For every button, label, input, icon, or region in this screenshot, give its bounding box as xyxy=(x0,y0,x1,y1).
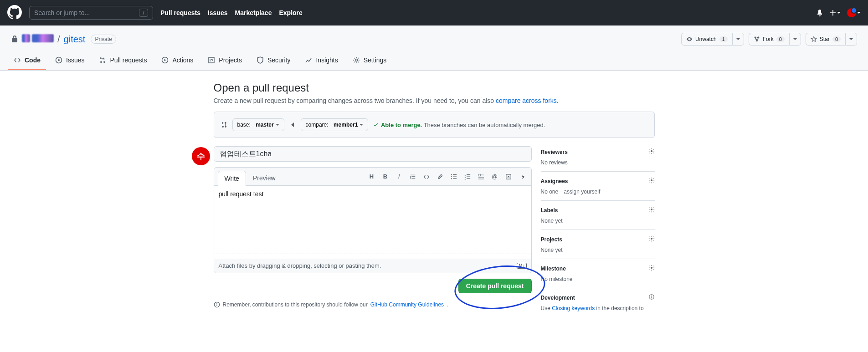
shield-icon xyxy=(257,56,264,64)
compare-branch-selector[interactable]: compare: member1 xyxy=(301,118,369,131)
tab-issues[interactable]: Issues xyxy=(50,53,90,70)
write-tab[interactable]: Write xyxy=(218,171,246,186)
eye-icon xyxy=(686,36,693,42)
graph-icon xyxy=(305,56,312,64)
pr-icon xyxy=(99,56,106,64)
tasklist-icon[interactable] xyxy=(478,173,485,180)
repo-name-link[interactable]: gitest xyxy=(64,34,86,45)
nav-explore[interactable]: Explore xyxy=(279,9,302,16)
repo-visibility-badge: Private xyxy=(91,35,116,44)
global-search[interactable]: / xyxy=(29,6,153,20)
guidelines-link[interactable]: GitHub Community Guidelines xyxy=(370,301,444,308)
watch-dropdown[interactable] xyxy=(732,33,744,46)
development-body: Use Closing keywords in the description … xyxy=(541,305,655,311)
nav-pull-requests[interactable]: Pull requests xyxy=(160,9,200,16)
fork-count: 0 xyxy=(776,36,785,42)
quote-icon[interactable] xyxy=(409,173,416,180)
ol-icon[interactable] xyxy=(464,173,471,180)
heading-icon[interactable]: H xyxy=(368,173,375,180)
merge-rest-text: These branches can be automatically merg… xyxy=(424,122,545,128)
base-branch-selector[interactable]: base: master xyxy=(232,118,284,131)
labels-gear-icon[interactable] xyxy=(648,206,655,214)
issue-icon xyxy=(55,56,62,64)
compare-box: base: master compare: member1 Able to me… xyxy=(214,112,655,138)
code-icon[interactable] xyxy=(423,173,430,180)
pr-sidebar: Reviewers No reviews Assignees No one—as… xyxy=(541,146,655,317)
compare-label: compare: xyxy=(306,122,329,128)
tab-security-label: Security xyxy=(267,56,291,64)
tab-actions[interactable]: Actions xyxy=(156,53,199,70)
watch-count: 1 xyxy=(719,36,728,42)
tab-projects[interactable]: Projects xyxy=(202,53,247,70)
global-nav: Pull requests Issues Marketplace Explore xyxy=(160,9,303,16)
italic-icon[interactable]: I xyxy=(395,173,403,180)
link-icon[interactable] xyxy=(437,173,444,180)
labels-body: None yet xyxy=(541,218,655,224)
tab-security[interactable]: Security xyxy=(251,53,296,70)
tab-insights[interactable]: Insights xyxy=(299,53,343,70)
fork-button[interactable]: Fork 0 xyxy=(749,33,789,46)
ul-icon[interactable] xyxy=(450,173,457,180)
fork-dropdown[interactable] xyxy=(789,33,801,46)
svg-point-4 xyxy=(355,59,357,61)
labels-title: Labels xyxy=(541,207,558,214)
attach-text: Attach files by dragging & dropping, sel… xyxy=(219,262,381,269)
contrib-reminder: Remember, contributions to this reposito… xyxy=(214,301,532,308)
play-icon xyxy=(161,56,169,64)
tab-code[interactable]: Code xyxy=(8,53,46,70)
reviewers-body: No reviews xyxy=(541,159,655,166)
notifications-icon[interactable] xyxy=(816,9,823,16)
svg-point-7 xyxy=(451,178,452,179)
user-avatar-menu[interactable] xyxy=(847,8,861,17)
projects-gear-icon[interactable] xyxy=(648,235,655,243)
tab-pr-label: Pull requests xyxy=(110,56,147,64)
repo-owner-link[interactable] xyxy=(22,34,54,45)
global-header: / Pull requests Issues Marketplace Explo… xyxy=(0,0,868,26)
base-branch: master xyxy=(256,122,273,128)
crossref-icon[interactable] xyxy=(505,173,512,180)
tab-settings-label: Settings xyxy=(364,56,387,64)
attach-row[interactable]: Attach files by dragging & dropping, sel… xyxy=(214,259,531,273)
page-subtitle: Create a new pull request by comparing c… xyxy=(214,97,655,104)
star-dropdown[interactable] xyxy=(845,33,857,46)
milestone-body: No milestone xyxy=(541,276,655,282)
tab-settings[interactable]: Settings xyxy=(347,53,392,70)
search-input[interactable] xyxy=(34,9,139,16)
development-info-icon[interactable] xyxy=(648,294,655,301)
editor-toolbar: H B I @ xyxy=(368,173,528,183)
compare-forks-link[interactable]: compare across forks xyxy=(496,97,557,104)
git-compare-icon xyxy=(221,121,228,128)
sidebar-projects: Projects None yet xyxy=(541,230,655,259)
subtitle-text: Create a new pull request by comparing c… xyxy=(214,97,496,104)
reviewers-gear-icon[interactable] xyxy=(648,148,655,156)
create-pull-request-button[interactable]: Create pull request xyxy=(458,279,532,293)
subtitle-suffix: . xyxy=(557,97,559,104)
closing-keywords-link[interactable]: Closing keywords xyxy=(552,305,595,311)
svg-point-13 xyxy=(650,209,652,210)
svg-rect-8 xyxy=(478,174,480,176)
bold-icon[interactable]: B xyxy=(382,173,389,180)
tab-pull-requests[interactable]: Pull requests xyxy=(93,53,152,70)
assign-yourself-link[interactable]: assign yourself xyxy=(564,189,600,195)
markdown-badge[interactable]: M↓ xyxy=(517,263,526,269)
reply-icon[interactable] xyxy=(519,173,526,180)
pr-title-input[interactable] xyxy=(214,146,532,162)
pr-body-textarea[interactable] xyxy=(214,186,531,254)
create-new-dropdown[interactable] xyxy=(830,10,841,16)
remember-text: Remember, contributions to this reposito… xyxy=(223,301,368,308)
github-logo[interactable] xyxy=(7,5,22,21)
assignees-gear-icon[interactable] xyxy=(648,177,655,185)
reviewers-title: Reviewers xyxy=(541,149,568,155)
star-button[interactable]: Star 0 xyxy=(806,33,845,46)
preview-tab[interactable]: Preview xyxy=(246,170,282,185)
assignees-title: Assignees xyxy=(541,178,568,184)
unwatch-button[interactable]: Unwatch 1 xyxy=(681,33,732,46)
development-title: Development xyxy=(541,295,575,301)
project-icon xyxy=(208,56,215,64)
svg-point-14 xyxy=(650,238,652,240)
nav-issues[interactable]: Issues xyxy=(208,9,228,16)
mention-icon[interactable]: @ xyxy=(491,173,498,180)
nav-marketplace[interactable]: Marketplace xyxy=(235,9,272,16)
milestone-gear-icon[interactable] xyxy=(648,265,655,272)
repo-header: / gitest Private Unwatch 1 Fork 0 xyxy=(0,26,868,71)
